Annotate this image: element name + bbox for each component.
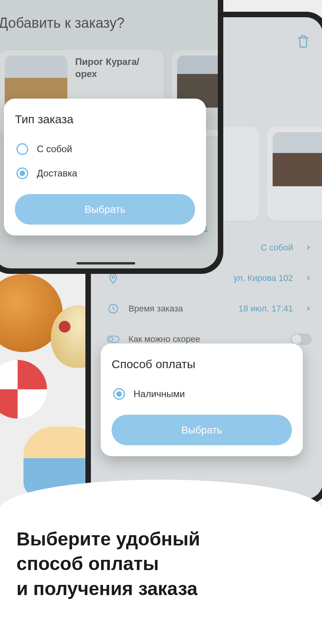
select-button[interactable]: Выбрать xyxy=(112,415,292,445)
promo-line: способ оплаты xyxy=(16,553,159,574)
radio-icon xyxy=(16,167,28,179)
promo-line: Выберите удобный xyxy=(16,529,200,549)
radio-option-cash[interactable]: Наличными xyxy=(112,382,292,406)
order-type-modal: Тип заказа С собой Доставка Выбрать xyxy=(4,99,206,236)
radio-label: Доставка xyxy=(37,168,77,179)
radio-icon xyxy=(113,388,125,400)
home-indicator xyxy=(76,262,135,264)
radio-option-delivery[interactable]: Доставка xyxy=(15,161,195,185)
radio-label: С собой xyxy=(37,144,72,155)
radio-label: Наличными xyxy=(134,389,185,399)
select-button[interactable]: Выбрать xyxy=(15,194,195,225)
promo-headline: Выберите удобный способ оплаты и получен… xyxy=(16,527,200,601)
modal-title: Тип заказа xyxy=(15,113,195,126)
modal-title: Способ оплаты xyxy=(112,358,292,371)
radio-option-pickup[interactable]: С собой xyxy=(15,137,195,161)
promo-line: и получения заказа xyxy=(16,578,197,599)
payment-method-modal: Способ оплаты Наличными Выбрать xyxy=(101,344,303,456)
pastry-illustration xyxy=(59,321,71,333)
radio-icon xyxy=(16,143,28,155)
pastry-illustration xyxy=(0,360,47,419)
